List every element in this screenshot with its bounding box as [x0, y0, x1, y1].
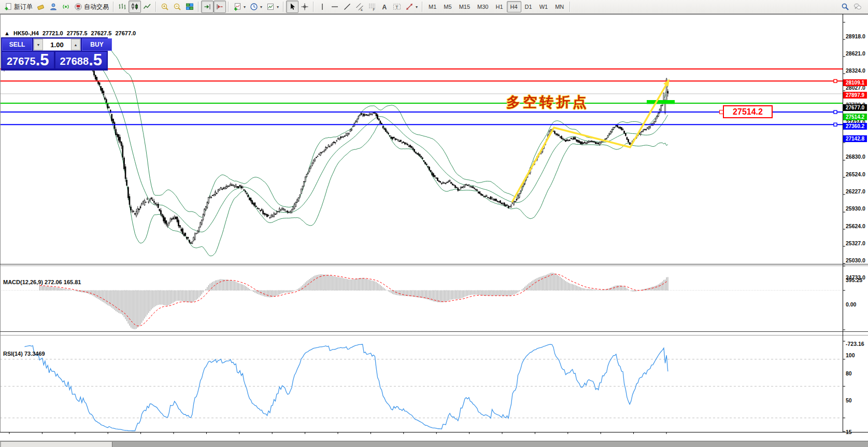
- toolbar-buttons: 新订单自动交易▾▾▾EFAT▾: [2, 1, 425, 13]
- price-axis-tick-label: 28918.0: [846, 33, 865, 39]
- price-callout-box[interactable]: 27514.2: [723, 105, 773, 118]
- price-level-badge: 27897.9: [843, 92, 867, 99]
- price-level-badge: 27360.2: [843, 123, 867, 130]
- trendline-icon: [343, 3, 351, 11]
- indicators-button[interactable]: ▾: [231, 1, 248, 13]
- volume-decrease-button[interactable]: ▼: [34, 39, 43, 50]
- toolbar-separator: [313, 2, 314, 12]
- price-axis-tick-label: 26524.0: [846, 171, 865, 177]
- timeframe-m1-button[interactable]: M1: [425, 1, 440, 12]
- text-label-button[interactable]: T: [391, 1, 403, 13]
- eraser-button[interactable]: [35, 1, 47, 13]
- chart-window[interactable]: ▲ HK50-,H4 27721.0 27757.5 27627.5 27677…: [0, 14, 868, 441]
- macd-label: MACD(12,26,9) 272.06 165.81: [3, 279, 81, 285]
- horizontal-line-button[interactable]: [329, 1, 341, 13]
- new-order-icon: [4, 3, 12, 11]
- indicators-icon: [233, 3, 241, 11]
- candlestick-chart-button[interactable]: [129, 1, 141, 13]
- timeframe-m15-button[interactable]: M15: [456, 1, 474, 12]
- new-order-button[interactable]: 新订单: [2, 1, 35, 13]
- chart-tab[interactable]: [1, 442, 112, 447]
- chevron-down-icon[interactable]: ▾: [277, 5, 279, 9]
- bar-chart-button[interactable]: [116, 1, 129, 13]
- buy-price[interactable]: 27688 .5: [55, 52, 107, 68]
- clock-icon: [250, 3, 258, 11]
- collapse-arrow-icon[interactable]: ▲: [4, 30, 10, 36]
- chat-button[interactable]: [851, 1, 864, 13]
- chevron-down-icon[interactable]: ▾: [416, 5, 418, 9]
- timeframe-h4-button[interactable]: H4: [507, 1, 521, 12]
- text-button[interactable]: A: [378, 1, 391, 13]
- price-axis-tick-label: 26830.0: [846, 153, 865, 160]
- horizontal-line-icon: [331, 3, 339, 11]
- timeframe-h1-button[interactable]: H1: [492, 1, 506, 12]
- signals-button[interactable]: [60, 1, 72, 13]
- timeframe-bar: M1M5M15M30H1H4D1W1MN: [425, 1, 573, 12]
- cursor-icon: [288, 3, 296, 11]
- toolbar-separator: [155, 2, 156, 12]
- trendline-button[interactable]: [341, 1, 353, 13]
- price-level-badge: 27514.2: [843, 114, 867, 120]
- chevron-down-icon[interactable]: ▾: [260, 5, 262, 9]
- crosshair-button[interactable]: [298, 1, 311, 13]
- sell-button[interactable]: SELL: [2, 38, 32, 51]
- toolbar-separator: [113, 2, 114, 12]
- chart-header: ▲ HK50-,H4 27721.0 27757.5 27627.5 27677…: [4, 30, 138, 36]
- price-axis-tick-label: 26227.0: [846, 188, 865, 194]
- zoom-in-button[interactable]: [159, 1, 171, 13]
- search-icon: [841, 3, 849, 11]
- open-value: 27721.0: [42, 30, 63, 36]
- chart-shift-button[interactable]: [214, 1, 226, 13]
- line-handle: [834, 79, 837, 82]
- periods-button[interactable]: ▾: [248, 1, 264, 13]
- bollinger-upper-band: [30, 45, 668, 217]
- line-handle: [834, 123, 837, 126]
- profiles-button[interactable]: [47, 1, 60, 13]
- buy-button[interactable]: BUY: [82, 38, 112, 51]
- arrows-button[interactable]: ▾: [403, 1, 420, 13]
- low-value: 27627.5: [91, 30, 112, 36]
- timeframe-w1-button[interactable]: W1: [536, 1, 552, 12]
- macd-pane: [0, 273, 843, 329]
- profile-icon: [49, 3, 58, 11]
- equidistant-channel-button[interactable]: E: [353, 1, 366, 13]
- rsi-label: RSI(14) 73.3469: [3, 351, 45, 357]
- auto-trading-button[interactable]: 自动交易: [72, 1, 111, 13]
- templates-button[interactable]: ▾: [264, 1, 281, 13]
- high-value: 27757.5: [67, 30, 88, 36]
- rsi-axis-tick-label: 100: [846, 352, 855, 358]
- search-button[interactable]: [839, 1, 851, 13]
- cursor-button[interactable]: [286, 1, 298, 13]
- timeframe-mn-button[interactable]: MN: [551, 1, 567, 12]
- rsi-axis-tick-label: 80: [846, 370, 852, 376]
- sell-price[interactable]: 27675 .5: [2, 52, 54, 68]
- chart-canvas[interactable]: [0, 14, 868, 441]
- macd-axis-tick-label: 395.25: [846, 277, 862, 283]
- timeframe-m30-button[interactable]: M30: [474, 1, 492, 12]
- tile-windows-button[interactable]: [183, 1, 196, 13]
- eraser-icon: [37, 3, 45, 11]
- bar-chart-icon: [118, 3, 126, 11]
- highlight-zone: [647, 100, 675, 104]
- volume-input[interactable]: [43, 39, 71, 50]
- symbol-title: HK50-,H4: [13, 30, 39, 36]
- chart-shift-icon: [216, 3, 224, 11]
- callout-anchor-handle[interactable]: [719, 110, 723, 114]
- toolbar-separator: [570, 2, 571, 12]
- zoom-in-icon: [161, 3, 169, 11]
- svg-text:T: T: [395, 5, 399, 10]
- timeframe-d1-button[interactable]: D1: [521, 1, 536, 12]
- price-level-badge: 28109.1: [843, 79, 867, 86]
- fibonacci-button[interactable]: F: [366, 1, 378, 13]
- line-chart-button[interactable]: [141, 1, 153, 13]
- zoom-out-button[interactable]: [171, 1, 183, 13]
- chevron-down-icon[interactable]: ▾: [244, 5, 246, 9]
- price-axis-tick-label: 25327.0: [846, 240, 865, 246]
- svg-text:A: A: [382, 4, 387, 11]
- macd-axis-tick-label: 0.00: [846, 301, 856, 308]
- auto-scroll-button[interactable]: [201, 1, 214, 13]
- vertical-line-button[interactable]: [316, 1, 329, 13]
- volume-increase-button[interactable]: ▲: [71, 39, 80, 50]
- macd-axis-tick-label: -723.16: [846, 341, 864, 347]
- timeframe-m5-button[interactable]: M5: [440, 1, 455, 12]
